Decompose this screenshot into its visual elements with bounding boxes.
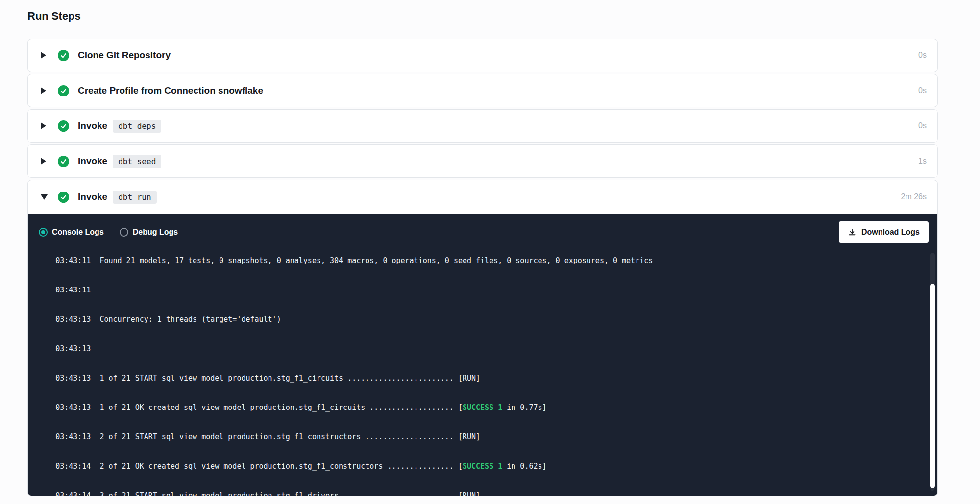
log-timestamp: 03:43:13	[55, 374, 91, 383]
log-lines: 03:43:11Found 21 models, 17 tests, 0 sna…	[38, 251, 923, 496]
step-title: Clone Git Repository	[78, 50, 171, 61]
log-line: 03:43:142 of 21 OK created sql view mode…	[38, 452, 923, 481]
log-line: 03:43:143 of 21 START sql view model pro…	[38, 481, 923, 496]
log-timestamp: 03:43:11	[55, 256, 91, 265]
scrollbar[interactable]	[930, 253, 935, 491]
step-invoke-dbt-seed[interactable]: Invoke dbt seed 1s	[27, 144, 938, 178]
check-circle-icon	[58, 85, 69, 96]
log-timestamp: 03:43:13	[55, 315, 91, 324]
check-circle-icon	[58, 50, 69, 61]
step-duration: 0s	[918, 121, 927, 130]
log-line: 03:43:13	[38, 334, 923, 363]
download-logs-label: Download Logs	[861, 228, 920, 237]
log-timestamp: 03:43:13	[55, 403, 91, 412]
debug-logs-label: Debug Logs	[133, 228, 178, 237]
step-duration: 2m 26s	[901, 192, 927, 201]
console-log-area[interactable]: 03:43:11Found 21 models, 17 tests, 0 sna…	[28, 251, 937, 496]
chevron-right-icon[interactable]	[41, 158, 49, 165]
chevron-right-icon[interactable]	[41, 52, 49, 59]
step-title: Invoke	[78, 120, 107, 131]
chevron-right-icon[interactable]	[41, 87, 49, 94]
step-duration: 0s	[918, 86, 927, 95]
download-icon	[848, 228, 857, 237]
console-panel: Console Logs Debug Logs Download Logs	[28, 214, 937, 496]
step-command-badge: dbt seed	[113, 155, 161, 168]
step-create-profile[interactable]: Create Profile from Connection snowflake…	[27, 74, 938, 107]
step-command-badge: dbt deps	[113, 120, 161, 133]
console-logs-label: Console Logs	[52, 228, 104, 237]
step-title: Invoke	[78, 156, 107, 167]
log-success-text: SUCCESS 1	[463, 462, 502, 471]
log-line: 03:43:131 of 21 OK created sql view mode…	[38, 393, 923, 422]
check-circle-icon	[58, 156, 69, 167]
debug-logs-radio[interactable]: Debug Logs	[120, 228, 178, 237]
steps-list: Clone Git Repository 0s Create Profile f…	[27, 39, 938, 496]
page-title: Run Steps	[27, 10, 980, 23]
log-timestamp: 03:43:13	[55, 344, 91, 353]
check-circle-icon	[58, 120, 69, 132]
log-success-text: SUCCESS 1	[463, 403, 502, 412]
run-steps-page: Run Steps Clone Git Repository 0s Create…	[0, 0, 980, 496]
log-timestamp: 03:43:14	[55, 462, 91, 471]
step-duration: 1s	[918, 157, 927, 166]
log-line: 03:43:11	[38, 275, 923, 305]
log-line: 03:43:11Found 21 models, 17 tests, 0 sna…	[38, 251, 923, 275]
scrollbar-thumb[interactable]	[930, 284, 935, 488]
step-duration: 0s	[918, 51, 927, 60]
log-timestamp: 03:43:11	[55, 286, 91, 294]
log-line: 03:43:13Concurrency: 1 threads (target='…	[38, 305, 923, 334]
step-header[interactable]: Invoke dbt run 2m 26s	[28, 180, 937, 214]
log-line: 03:43:132 of 21 START sql view model pro…	[38, 422, 923, 452]
console-toolbar: Console Logs Debug Logs Download Logs	[28, 214, 937, 251]
radio-selected-icon[interactable]	[39, 228, 48, 237]
chevron-down-icon[interactable]	[41, 194, 49, 200]
log-timestamp: 03:43:14	[55, 491, 91, 496]
step-invoke-dbt-deps[interactable]: Invoke dbt deps 0s	[27, 109, 938, 143]
step-command-badge: dbt run	[113, 191, 156, 204]
step-clone-git-repository[interactable]: Clone Git Repository 0s	[27, 39, 938, 72]
step-title: Create Profile from Connection snowflake	[78, 85, 263, 96]
log-timestamp: 03:43:13	[55, 432, 91, 441]
console-logs-radio[interactable]: Console Logs	[39, 228, 104, 237]
log-line: 03:43:131 of 21 START sql view model pro…	[38, 363, 923, 393]
step-title: Invoke	[78, 192, 107, 202]
step-invoke-dbt-run: Invoke dbt run 2m 26s Console Logs Debug…	[27, 180, 938, 496]
download-logs-button[interactable]: Download Logs	[839, 221, 929, 243]
chevron-right-icon[interactable]	[41, 122, 49, 129]
check-circle-icon	[58, 192, 69, 203]
radio-unselected-icon[interactable]	[120, 228, 128, 237]
